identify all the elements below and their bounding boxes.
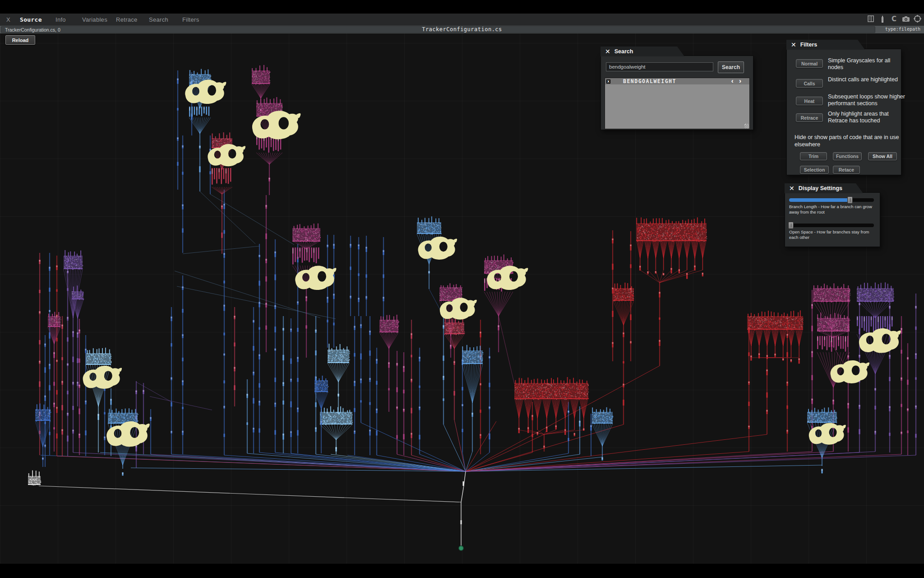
tree-structure[interactable] (379, 315, 399, 412)
result-checkbox[interactable]: X (606, 79, 610, 84)
filter-calls-desc: Distinct calls are highlighted (828, 76, 907, 83)
tower-icon[interactable] (878, 15, 886, 23)
menu-item-variables[interactable]: Variables (82, 16, 107, 23)
display-settings-panel: Branch Length - How far a branch can gro… (785, 192, 880, 247)
search-result-row[interactable]: X BENDGOALWEIGHT ‹ › (605, 78, 749, 84)
tree-structure[interactable] (292, 224, 321, 358)
slider-handle[interactable] (847, 196, 853, 204)
root-file-castle[interactable] (28, 471, 41, 486)
hide-show-description: Hide or show parts of code that are in u… (795, 134, 902, 148)
search-results-list[interactable]: X BENDGOALWEIGHT ‹ › (605, 78, 750, 129)
loop-blob-icon[interactable] (859, 328, 901, 353)
bottom-letterbox-bar (0, 564, 924, 578)
code-visualization-canvas[interactable] (0, 14, 924, 564)
loop-blob-icon[interactable] (809, 423, 846, 444)
result-label: BENDGOALWEIGHT (623, 78, 676, 84)
target-icon[interactable] (914, 15, 921, 23)
filter-heat-desc: Subsequent loops show higher performant … (828, 93, 907, 107)
slider-fill (789, 198, 850, 202)
tree-structure[interactable] (35, 403, 51, 467)
filter-calls-button[interactable]: Calls (796, 79, 823, 88)
multifan-structure[interactable] (747, 310, 804, 434)
menu-item-source[interactable]: Source (20, 16, 42, 23)
tree-structure[interactable] (592, 407, 613, 461)
filter-heat-button[interactable]: Heat (796, 97, 823, 105)
filters-panel: Normal Simple Grayscales for all nodes C… (786, 49, 901, 175)
resize-grip[interactable] (744, 124, 749, 128)
loop-blob-icon[interactable] (295, 266, 336, 290)
tree-structure[interactable] (320, 406, 353, 454)
multifan-structure[interactable] (636, 217, 707, 366)
tree-structure[interactable] (64, 250, 83, 452)
menu-item-info[interactable]: Info (55, 16, 66, 23)
search-button[interactable]: Search (718, 61, 744, 73)
c-icon[interactable]: C (890, 15, 898, 23)
display-settings-title: Display Settings (799, 185, 842, 191)
code-spires (39, 70, 916, 468)
filter-normal-desc: Simple Grayscales for all nodes (828, 57, 907, 71)
loop-blob-icon[interactable] (83, 366, 122, 389)
search-panel-title: Search (614, 48, 633, 55)
branch-links (136, 191, 848, 410)
menu-item-retrace[interactable]: Retrace (116, 16, 138, 23)
trim-button[interactable]: Trim (800, 152, 827, 160)
selection-button[interactable]: Selection (800, 166, 829, 174)
root-trunk (39, 471, 466, 545)
slider-handle[interactable] (788, 222, 794, 229)
reload-button[interactable]: Reload (5, 35, 35, 45)
close-icon[interactable]: ✕ (789, 185, 795, 191)
filter-retrace-desc: Only highlight areas that Retrace has to… (828, 111, 907, 125)
show-all-button[interactable]: Show All (868, 152, 897, 160)
title-bar: TrackerConfiguration.cs, 0 TrackerConfig… (0, 26, 924, 33)
open-space-label: Open Space - How far branches stay from … (789, 229, 874, 240)
filters-panel-title: Filters (800, 42, 818, 48)
close-icon[interactable]: ✕ (605, 48, 610, 55)
call-tree-scene[interactable] (0, 0, 924, 578)
search-input[interactable] (606, 62, 713, 71)
top-letterbox-bar (0, 0, 924, 14)
close-icon[interactable]: ✕ (791, 42, 796, 48)
functions-button[interactable]: Functions (833, 152, 862, 160)
multifan-structure[interactable] (514, 377, 589, 452)
app-window: X Source Info Variables Retrace Search F… (0, 0, 924, 578)
root-node-dot[interactable] (459, 546, 463, 550)
door-icon[interactable] (867, 15, 874, 23)
tree-structure[interactable] (328, 344, 350, 415)
search-panel-tab[interactable]: ✕ Search (601, 47, 684, 56)
branch-length-label: Branch Length - How far a branch can gro… (789, 204, 874, 215)
search-type-hint: type:filepath (885, 27, 920, 32)
loop-blob-icon[interactable] (418, 237, 457, 260)
branch-length-slider-row: Branch Length - How far a branch can gro… (789, 198, 874, 215)
menu-item-filters[interactable]: Filters (182, 16, 199, 23)
menu-item-x[interactable]: X (6, 16, 10, 23)
branch-length-slider[interactable] (789, 198, 874, 202)
retace-button[interactable]: Retace (833, 166, 860, 174)
filters-panel-tab[interactable]: ✕ Filters (786, 40, 865, 50)
filter-retrace-button[interactable]: Retrace (796, 113, 823, 122)
open-space-slider-row: Open Space - How far branches stay from … (789, 224, 874, 240)
display-settings-tab[interactable]: ✕ Display Settings (785, 183, 863, 193)
menu-bar: X Source Info Variables Retrace Search F… (0, 14, 924, 26)
open-space-slider[interactable] (789, 224, 874, 227)
search-panel: Search X BENDGOALWEIGHT ‹ › (601, 56, 753, 130)
result-prev-next-icons[interactable]: ‹ › (731, 77, 743, 84)
file-title: TrackerConfiguration.cs (0, 26, 924, 33)
filter-normal-button[interactable]: Normal (796, 59, 823, 68)
menu-item-search[interactable]: Search (149, 16, 168, 23)
window-icon-bar: C (867, 15, 921, 23)
camera-icon[interactable] (902, 15, 910, 23)
